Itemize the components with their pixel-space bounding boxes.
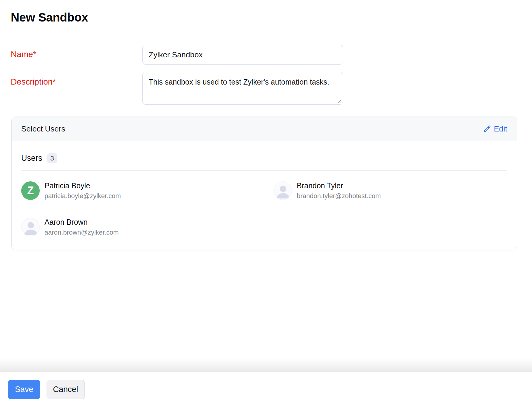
user-avatar [21,218,40,236]
description-input[interactable]: This sandbox is used to test Zylker's au… [142,72,343,105]
name-field-row: Name* [11,45,521,65]
sandbox-form: Name* Description* This sandbox is used … [0,45,532,105]
person-icon [21,218,40,236]
user-avatar [273,181,292,200]
user-name: Aaron Brown [44,218,119,227]
user-text: Patricia Boyle patricia.boyle@zylker.com [44,181,121,200]
cancel-button[interactable]: Cancel [47,380,85,399]
description-field-row: Description* This sandbox is used to tes… [11,72,521,105]
select-users-panel: Select Users Edit Users 3 Z Patricia Boy… [11,117,517,250]
user-list-item: Brandon Tyler brandon.tyler@zohotest.com [273,181,507,200]
select-users-title: Select Users [21,124,65,134]
save-button[interactable]: Save [8,380,40,399]
user-list-item: Aaron Brown aaron.brown@zylker.com [21,218,273,236]
page-header: New Sandbox [0,0,532,35]
user-email: aaron.brown@zylker.com [44,229,119,236]
user-text: Brandon Tyler brandon.tyler@zohotest.com [297,181,381,200]
description-label: Description* [11,72,142,87]
name-input[interactable] [142,45,343,65]
name-label: Name* [11,45,142,59]
edit-users-button[interactable]: Edit [483,124,507,134]
user-name: Brandon Tyler [297,181,381,190]
pencil-icon [483,125,491,133]
users-divider [21,170,507,171]
footer-bar: Save Cancel [0,372,532,407]
user-email: brandon.tyler@zohotest.com [297,192,381,200]
user-list-item: Z Patricia Boyle patricia.boyle@zylker.c… [21,181,273,200]
select-users-body: Users 3 Z Patricia Boyle patricia.boyle@… [12,141,517,250]
user-name: Patricia Boyle [44,181,121,190]
users-heading-row: Users 3 [21,153,507,163]
users-heading: Users [21,154,42,163]
edit-label: Edit [494,124,507,134]
users-count-badge: 3 [47,153,57,163]
select-users-header: Select Users Edit [12,117,517,141]
user-avatar: Z [21,181,40,200]
user-email: patricia.boyle@zylker.com [44,192,121,200]
zylker-logo-icon: Z [27,185,34,196]
page-title: New Sandbox [11,11,88,24]
user-text: Aaron Brown aaron.brown@zylker.com [44,218,119,236]
person-icon [274,182,292,200]
users-grid: Z Patricia Boyle patricia.boyle@zylker.c… [21,181,507,236]
